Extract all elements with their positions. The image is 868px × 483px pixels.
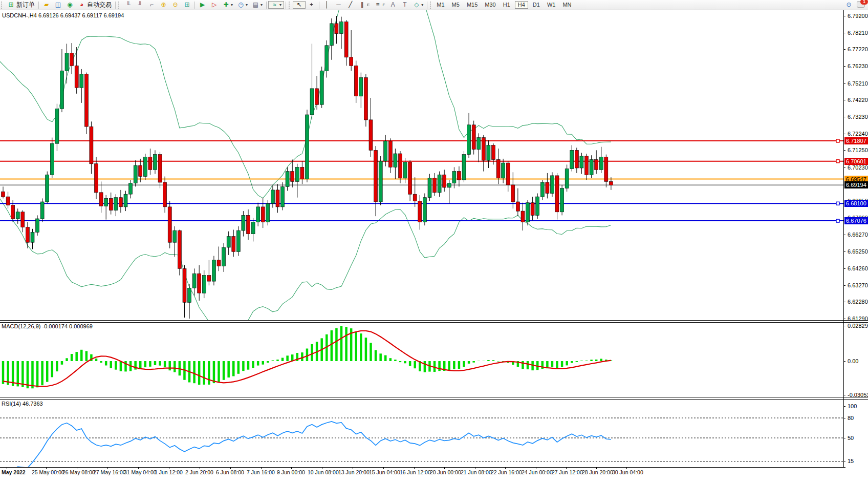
price-level-badge: 6.67076	[844, 217, 868, 224]
price-tick-label: 6.64260	[848, 265, 868, 271]
signal-icon: ◉	[66, 1, 74, 9]
price-tick-label: 6.71250	[848, 147, 868, 153]
timeframe-m30-button[interactable]: M30	[482, 1, 498, 9]
auto-trading-button[interactable]: ◕ 自动交易	[76, 1, 114, 9]
add-indicator-button[interactable]: ✚▾	[220, 1, 235, 9]
timeframe-m15-button[interactable]: M15	[464, 1, 480, 9]
indicator-list-button[interactable]: ╜	[134, 1, 146, 9]
price-tick-label: 6.78210	[848, 30, 868, 36]
time-axis-label: 16 Jun 12:00	[400, 469, 431, 475]
cursor-icon: ↖	[295, 1, 303, 9]
hline-tool-button[interactable]: ─	[333, 1, 344, 9]
rsi-panel[interactable]	[0, 398, 843, 467]
horizontal-line-icon: ─	[335, 1, 342, 9]
channel-tool-button[interactable]: ∥E	[356, 1, 372, 9]
macd-axis-label: 0.00	[848, 358, 858, 364]
market-watch-button[interactable]: ◫	[52, 1, 64, 9]
time-axis-label: 27 Jun 12:00	[552, 469, 583, 475]
eraser-icon: ▰	[42, 1, 50, 9]
timeframe-d1-button[interactable]: D1	[530, 1, 542, 9]
price-tick-label: 6.75210	[848, 80, 868, 87]
notifications-button[interactable]: 1	[857, 1, 865, 9]
timeframe-h4-button[interactable]: H4	[515, 1, 528, 9]
time-axis-label: 6 Jun 08:00	[216, 469, 244, 475]
time-axis-label: 22 Jun 16:00	[491, 469, 522, 475]
trendline-tool-button[interactable]: ╱	[344, 1, 356, 9]
price-tick-label: 6.73230	[848, 114, 868, 120]
panel-resize-divider[interactable]	[0, 397, 868, 400]
time-axis-label: 1 Jun 12:00	[155, 469, 183, 475]
text-icon: A	[389, 1, 397, 9]
caret-down-icon: ▾	[261, 3, 263, 7]
time-axis-label: 31 May 04:00	[124, 469, 157, 475]
time-axis-label: 7 Jun 16:00	[247, 469, 275, 475]
new-order-label: 新订单	[16, 1, 35, 9]
time-axis-line	[0, 467, 845, 468]
timeframe-mn-button[interactable]: MN	[560, 1, 574, 9]
label-tool-button[interactable]: T	[399, 1, 410, 9]
styles-button[interactable]: ▰	[40, 1, 52, 9]
timeframe-m5-button[interactable]: M5	[449, 1, 462, 9]
macd-panel[interactable]	[0, 322, 843, 397]
rsi-axis-label: 80	[848, 415, 854, 421]
timeframe-w1-button[interactable]: W1	[545, 1, 558, 9]
crosshair-tool-button[interactable]: +	[306, 1, 317, 9]
price-axis-line	[843, 10, 844, 467]
time-axis-label: 27 May 16:00	[93, 469, 126, 475]
price-tick-label: 6.79200	[848, 13, 868, 19]
time-axis-label: 30 Jun 04:00	[612, 469, 643, 475]
text-label-icon: T	[401, 1, 408, 9]
cursor-tool-button[interactable]: ↖	[293, 1, 306, 9]
price-tick-label: 6.76230	[848, 63, 868, 69]
periods-button[interactable]: ◷▾	[235, 1, 250, 9]
time-axis-label: 9 Jun 00:00	[277, 469, 305, 475]
chart-shift-icon: ▷	[210, 1, 218, 9]
auto-trading-label: 自动交易	[87, 1, 112, 9]
arrows-tool-button[interactable]: ◇▾	[410, 1, 425, 9]
axis-chart-icon: ╙	[124, 1, 132, 9]
price-tick-label: 6.72240	[848, 131, 868, 137]
new-order-button[interactable]: ⊞ 新订单	[5, 1, 37, 9]
timeframe-h1-button[interactable]: H1	[501, 1, 513, 9]
panel-resize-divider[interactable]	[0, 320, 868, 323]
price-tick-label: 6.74220	[848, 97, 868, 103]
zoom-out-button[interactable]: ⊖	[169, 1, 181, 9]
time-axis-label: 21 Jun 08:00	[461, 469, 492, 475]
rsi-axis-label: 15	[848, 458, 854, 464]
time-axis-label: 25 May 00:00	[32, 469, 64, 475]
plus-icon: ✚	[222, 1, 230, 9]
macd-axis-label: -0.030537	[848, 392, 868, 398]
chart-shift-button[interactable]: ▷	[208, 1, 220, 9]
toolbar-grip[interactable]	[1, 2, 4, 9]
search-icon[interactable]: ⊙	[845, 1, 853, 9]
tile-windows-button[interactable]: ⊞	[181, 1, 193, 9]
data-window-button[interactable]: ╙	[122, 1, 134, 9]
tile-windows-icon: ⊞	[183, 1, 191, 9]
templates-button[interactable]: ▤▾	[250, 1, 265, 9]
auto-scroll-button[interactable]: ▶	[197, 1, 208, 9]
signals-button[interactable]: ◉	[64, 1, 76, 9]
axis-bars-icon: ╜	[136, 1, 144, 9]
vline-tool-button[interactable]: │	[321, 1, 333, 9]
terminal-window: ⊞ 新订单 ▰ ◫ ◉ ◕ 自动交易 ╙ ╜ ⌐ ⊕ ⊖ ⊞ ▶ ▷ ✚▾ ◷▾…	[0, 0, 868, 483]
caret-down-icon: ▾	[279, 3, 281, 7]
time-axis-label: 24 Jun 00:00	[522, 469, 553, 475]
macd-indicator-label: MACD(12,26,9) -0.000174 0.000969	[2, 323, 93, 329]
candlestick-chart[interactable]	[0, 10, 843, 320]
time-axis-label: 15 Jun 04:00	[369, 469, 400, 475]
objects-list-button[interactable]: ⌐	[146, 1, 158, 9]
time-axis-label: 26 May 08:00	[62, 469, 95, 475]
text-tool-button[interactable]: A	[387, 1, 399, 9]
zoom-out-icon: ⊖	[171, 1, 179, 9]
caret-down-icon: ▾	[421, 3, 423, 7]
chart-type-button[interactable]: ≈▾	[268, 1, 284, 9]
price-tick-label: 6.66270	[848, 232, 868, 238]
fibonacci-icon: ≡	[374, 1, 381, 9]
zoom-in-button[interactable]: ⊕	[158, 1, 169, 9]
price-tick-label: 6.61290	[848, 316, 868, 322]
fibonacci-tool-button[interactable]: ≡F	[372, 1, 387, 9]
timeframe-m1-button[interactable]: M1	[434, 1, 447, 9]
macd-axis-label: 0.02829	[848, 323, 868, 329]
time-axis-label: 20 Jun 00:00	[430, 469, 461, 475]
price-level-badge: 6.70601	[844, 158, 868, 165]
